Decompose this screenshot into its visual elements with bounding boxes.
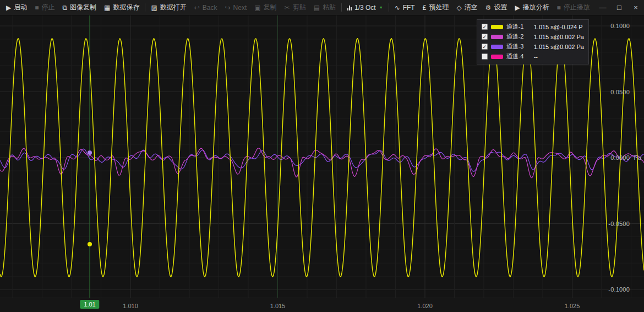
channel-4-checkbox[interactable]	[482, 53, 488, 60]
y-axis-tick: -0.1000	[608, 286, 630, 293]
app-window: ▶启动■停止⧉图像复制▦数据保存▨数据打开↩Back↪Next▣复制✂剪贴▤粘贴…	[0, 0, 644, 312]
toolbar-button-label: 1/3 Oct	[354, 4, 376, 12]
toolbar-button-label: 复制	[264, 3, 277, 12]
toolbar-button-label: FFT	[403, 4, 415, 12]
copy-icon: ▣	[254, 4, 260, 11]
data-open-button[interactable]: ▨数据打开	[147, 0, 190, 15]
time-axis: 1.0101.0151.0201.0251.01	[0, 298, 644, 312]
x-axis-tick: 1.025	[565, 303, 580, 309]
start-button[interactable]: ▶启动	[2, 0, 31, 15]
toolbar-button-label: 预处理	[429, 3, 449, 12]
play-icon: ▶	[6, 4, 11, 11]
legend-channel-label: 通道-4	[506, 52, 531, 61]
octave-bars-icon	[347, 4, 352, 10]
legend-row-channel-2: ✓通道-21.015 s@0.002 Pa	[482, 33, 584, 41]
toolbar-button-label: 停止播放	[564, 3, 590, 12]
legend-channel-label: 通道-2	[506, 33, 531, 41]
toolbar-button-label: Next	[233, 4, 247, 12]
save-icon: ▦	[104, 4, 110, 11]
channel-3-checkbox[interactable]: ✓	[482, 44, 488, 50]
toolbar-button-label: 粘贴	[323, 3, 336, 12]
next-button: ↪Next	[221, 0, 251, 15]
minimize-button[interactable]: —	[594, 0, 611, 15]
play-icon: ▶	[515, 4, 520, 11]
legend-row-channel-1: ✓通道-11.015 s@-0.024 P	[482, 23, 584, 31]
toolbar-button-label: 停止	[41, 3, 54, 12]
toolbar-button-label: Back	[203, 4, 217, 12]
stop-icon: ■	[35, 4, 39, 11]
toolbar-separator	[341, 3, 342, 12]
clear-button[interactable]: ◇清空	[452, 0, 481, 15]
gear-icon: ⚙	[485, 4, 492, 11]
toolbar-separator	[145, 3, 145, 12]
preprocess-icon: £	[423, 4, 427, 11]
toolbar-button-label: 剪贴	[293, 3, 306, 12]
legend-channel-label: 通道-3	[506, 42, 531, 51]
dropdown-caret-icon: ▼	[379, 6, 383, 9]
cursor-marker[interactable]	[88, 150, 92, 155]
channel-3-color-swatch	[491, 45, 503, 49]
toolbar-items: ▶启动■停止⧉图像复制▦数据保存▨数据打开↩Back↪Next▣复制✂剪贴▤粘贴…	[0, 0, 594, 15]
y-axis-tick: 0.0000	[610, 154, 630, 161]
settings-button[interactable]: ⚙设置	[482, 0, 511, 15]
toolbar: ▶启动■停止⧉图像复制▦数据保存▨数据打开↩Back↪Next▣复制✂剪贴▤粘贴…	[0, 0, 644, 15]
cursor-marker[interactable]	[88, 242, 92, 246]
paste-button: ▤粘贴	[310, 0, 340, 15]
x-axis-tick: 1.015	[270, 303, 286, 309]
toolbar-button-label: 启动	[14, 3, 27, 12]
legend-channel-value: --	[534, 53, 538, 60]
close-button[interactable]: ×	[627, 0, 644, 15]
back-icon: ↩	[194, 4, 200, 11]
back-button: ↩Back	[190, 0, 221, 15]
window-controls: —□×	[594, 0, 644, 15]
plot-area[interactable]: ✓通道-11.015 s@-0.024 P✓通道-21.015 s@0.002 …	[0, 15, 644, 298]
preprocess-button[interactable]: £预处理	[419, 0, 453, 15]
clear-icon: ◇	[456, 4, 461, 11]
legend: ✓通道-11.015 s@-0.024 P✓通道-21.015 s@0.002 …	[477, 19, 589, 64]
play-analysis-button[interactable]: ▶播放分析	[511, 0, 553, 15]
fft-icon: ∿	[395, 4, 400, 11]
stop-play-button: ■停止播放	[553, 0, 594, 15]
y-axis-tick: 0.1000	[610, 23, 630, 29]
image-copy-icon: ⧉	[62, 4, 67, 11]
image-copy-button[interactable]: ⧉图像复制	[58, 0, 100, 15]
cut-icon: ✂	[285, 4, 290, 11]
legend-channel-value: 1.015 s@0.002 Pa	[534, 34, 584, 40]
octave-band-dropdown[interactable]: 1/3 Oct▼	[343, 0, 387, 15]
cut-button: ✂剪贴	[281, 0, 310, 15]
legend-channel-label: 通道-1	[506, 23, 531, 31]
toolbar-button-label: 设置	[494, 3, 507, 12]
legend-channel-value: 1.015 s@0.002 Pa	[534, 44, 584, 50]
legend-channel-value: 1.015 s@-0.024 P	[534, 24, 583, 30]
toolbar-button-label: 数据保存	[113, 3, 139, 12]
maximize-button[interactable]: □	[611, 0, 627, 15]
y-axis-tick: 0.0500	[610, 89, 630, 95]
open-icon: ▨	[151, 4, 157, 11]
stop-button: ■停止	[31, 0, 58, 15]
y-axis-tick: -0.0500	[608, 220, 630, 227]
stop-icon: ■	[557, 4, 561, 11]
copy-button: ▣复制	[250, 0, 280, 15]
channel-4-color-swatch	[491, 55, 503, 59]
channel-2-checkbox[interactable]: ✓	[482, 34, 488, 40]
paste-icon: ▤	[314, 4, 320, 11]
legend-row-channel-4: 通道-4--	[482, 52, 584, 61]
x-axis-tick: 1.010	[123, 303, 138, 309]
channel-1-color-swatch	[491, 25, 503, 29]
toolbar-button-label: 数据打开	[160, 3, 187, 12]
x-axis-tick: 1.020	[417, 303, 433, 309]
toolbar-button-label: 播放分析	[523, 3, 549, 12]
channel-2-color-swatch	[491, 35, 503, 39]
toolbar-button-label: 清空	[465, 3, 478, 12]
y-axis-unit: Pa	[634, 154, 641, 161]
next-icon: ↪	[225, 4, 231, 11]
cursor-time-label[interactable]: 1.01	[80, 300, 99, 309]
waveform-channel-2	[0, 148, 644, 178]
channel-1-checkbox[interactable]: ✓	[482, 24, 488, 30]
toolbar-button-label: 图像复制	[70, 3, 96, 12]
toolbar-separator	[389, 3, 389, 12]
legend-row-channel-3: ✓通道-31.015 s@0.002 Pa	[482, 42, 584, 51]
data-save-button[interactable]: ▦数据保存	[100, 0, 143, 15]
fft-button[interactable]: ∿FFT	[391, 0, 419, 15]
